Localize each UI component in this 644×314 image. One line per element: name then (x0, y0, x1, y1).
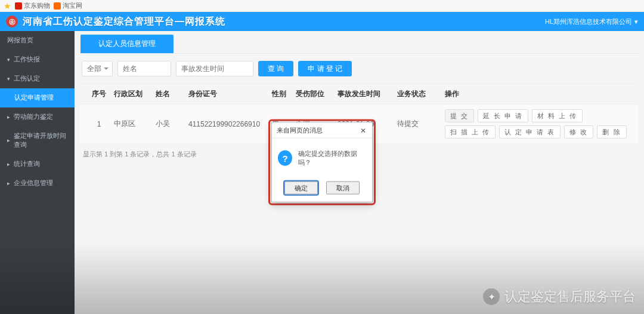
chevron-down-icon: ▾ (7, 57, 10, 63)
op-delete-button[interactable]: 删 除 (597, 125, 626, 138)
sidebar-item-label: 网报首页 (7, 36, 33, 45)
dialog-body: ? 确定提交选择的数据吗？ (272, 138, 372, 177)
bookmark-jd[interactable]: 京东购物 (15, 1, 50, 10)
confirm-dialog: 来自网页的消息 ✕ ? 确定提交选择的数据吗？ 确定 取消 (271, 122, 373, 202)
app-logo-icon: ㊭ (6, 16, 18, 27)
bookmark-label: 京东购物 (24, 1, 50, 10)
sidebar-item-label: 鉴定申请开放时间查询 (14, 131, 69, 149)
user-menu[interactable]: HL郑州浑浩信息技术有限公司 ▾ (545, 17, 638, 26)
sidebar-item-enterprise[interactable]: ▸ 企业信息管理 (0, 174, 75, 193)
sidebar-item-label: 工作快报 (14, 55, 40, 64)
jd-icon (15, 2, 22, 10)
sidebar-item-injury-identify[interactable]: ▾ 工伤认定 (0, 69, 75, 88)
dialog-title: 来自网页的消息 (277, 126, 323, 135)
app-title: 河南省工伤认定鉴定综合管理平台—网报系统 (23, 16, 225, 28)
col-name: 姓名 (156, 89, 188, 99)
bookmark-label: 淘宝网 (63, 1, 82, 10)
sidebar-item-work-report[interactable]: ▾ 工作快报 (0, 50, 75, 69)
name-input[interactable] (117, 61, 171, 76)
chevron-right-icon: ▸ (7, 161, 10, 167)
op-material-button[interactable]: 材 料 上 传 (532, 109, 583, 122)
scope-select[interactable]: 全部 (82, 61, 113, 76)
sidebar-item-review-time[interactable]: ▸ 鉴定申请开放时间查询 (0, 127, 75, 155)
star-icon: ★ (4, 2, 11, 10)
col-ops: 操作 (445, 89, 634, 99)
cell-operations: 提 交 延 长 申 请 材 料 上 传 扫 描 上 传 认 定 申 请 表 修 … (445, 109, 634, 138)
browser-bookmarks-bar: ★ 京东购物 淘宝网 (0, 0, 644, 12)
tab-label: 认定人员信息管理 (98, 39, 156, 48)
register-button[interactable]: 申 请 登 记 (298, 61, 352, 76)
close-icon[interactable]: ✕ (359, 126, 367, 134)
question-icon: ? (278, 150, 292, 166)
search-button[interactable]: 查 询 (258, 61, 293, 76)
dialog-header: 来自网页的消息 ✕ (272, 123, 372, 138)
cell-index: 1 (84, 120, 114, 128)
op-submit-button[interactable]: 提 交 (445, 109, 474, 122)
dialog-ok-button[interactable]: 确定 (284, 181, 318, 195)
cell-status: 待提交 (397, 119, 445, 129)
dialog-cancel-button[interactable]: 取消 (326, 181, 360, 195)
col-part: 受伤部位 (296, 89, 338, 99)
filter-bar: 全部 查 询 申 请 登 记 (80, 61, 638, 84)
sidebar-item-apply-mgmt[interactable]: 认定申请管理 (0, 88, 75, 107)
watermark-text: 认定鉴定售后服务平台 (504, 288, 636, 306)
app-header: ㊭ 河南省工伤认定鉴定综合管理平台—网报系统 HL郑州浑浩信息技术有限公司 ▾ (0, 12, 644, 31)
sidebar: 网报首页 ▾ 工作快报 ▾ 工伤认定 认定申请管理 ▸ 劳动能力鉴定 ▸ 鉴定申… (0, 31, 75, 314)
user-name: HL郑州浑浩信息技术有限公司 (545, 17, 632, 26)
accident-time-input[interactable] (176, 61, 253, 76)
sidebar-item-statistics[interactable]: ▸ 统计查询 (0, 155, 75, 174)
wechat-icon: ✦ (483, 288, 500, 305)
sidebar-item-home[interactable]: 网报首页 (0, 31, 75, 50)
col-idno: 身份证号 (188, 89, 272, 99)
cell-name: 小吴 (156, 119, 188, 129)
chevron-right-icon: ▸ (7, 180, 10, 186)
watermark: ✦ 认定鉴定售后服务平台 (483, 288, 636, 306)
cell-idno: 411522199902266910 (188, 120, 272, 128)
tab-personnel-mgmt[interactable]: 认定人员信息管理 (80, 35, 174, 53)
taobao-icon (54, 2, 61, 10)
sidebar-item-label: 工伤认定 (14, 74, 40, 83)
cell-area: 中原区 (114, 119, 156, 129)
chevron-right-icon: ▸ (7, 114, 10, 120)
chevron-right-icon: ▸ (7, 137, 10, 143)
sidebar-item-labor-ability[interactable]: ▸ 劳动能力鉴定 (0, 107, 75, 127)
op-scan-button[interactable]: 扫 描 上 传 (445, 125, 496, 138)
col-index: 序号 (84, 89, 114, 99)
table-header: 序号 行政区划 姓名 身份证号 性别 受伤部位 事故发生时间 业务状态 操作 (80, 84, 638, 104)
sidebar-item-label: 统计查询 (14, 159, 40, 168)
col-status: 业务状态 (397, 89, 445, 99)
col-time: 事故发生时间 (338, 89, 397, 99)
dialog-highlight-frame: 来自网页的消息 ✕ ? 确定提交选择的数据吗？ 确定 取消 (268, 119, 376, 205)
sidebar-item-label: 劳动能力鉴定 (14, 112, 53, 121)
col-sex: 性别 (272, 89, 296, 99)
dialog-footer: 确定 取消 (272, 177, 372, 202)
bookmark-taobao[interactable]: 淘宝网 (54, 1, 82, 10)
chevron-down-icon: ▾ (7, 76, 10, 82)
sidebar-item-label: 认定申请管理 (14, 93, 54, 102)
tab-bar: 认定人员信息管理 (80, 35, 638, 54)
sidebar-item-label: 企业信息管理 (14, 178, 53, 187)
chevron-down-icon: ▾ (634, 18, 638, 26)
select-value: 全部 (87, 64, 101, 74)
dialog-message: 确定提交选择的数据吗？ (298, 149, 366, 167)
op-extend-button[interactable]: 延 长 申 请 (478, 109, 528, 122)
op-edit-button[interactable]: 修 改 (564, 125, 593, 138)
col-area: 行政区划 (114, 89, 156, 99)
op-form-button[interactable]: 认 定 申 请 表 (499, 125, 561, 138)
